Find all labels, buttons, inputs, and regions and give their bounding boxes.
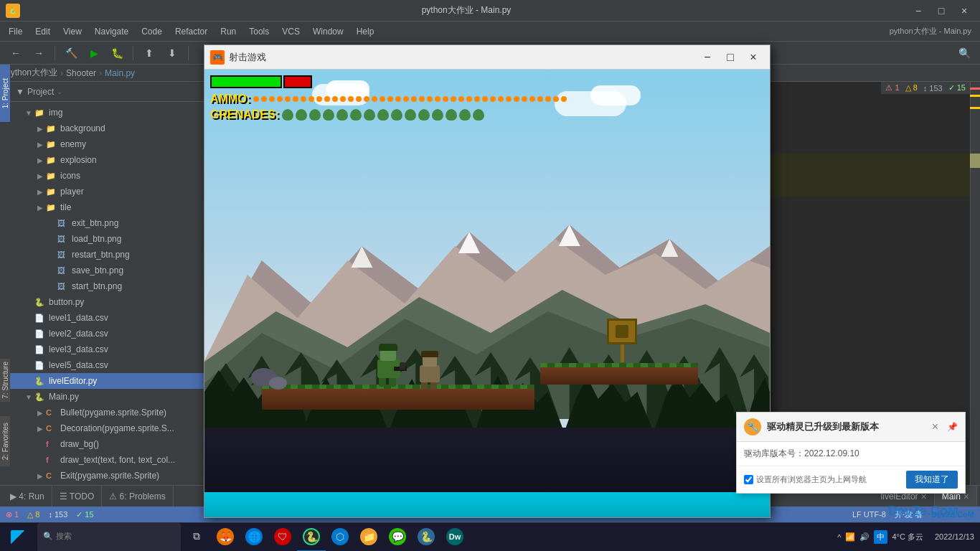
tree-item-background[interactable]: ▶ 📁 background <box>10 121 210 136</box>
class-icon-exit: C <box>46 471 57 480</box>
tree-item-player[interactable]: ▶ 📁 player <box>10 184 210 199</box>
tree-item-exit-btn[interactable]: ▶ 🖼 exit_btn.png <box>10 215 210 231</box>
tree-item-level1[interactable]: ▶ 📄 level1_data.csv <box>10 310 210 326</box>
toolbar-build-button[interactable]: 🔨 <box>61 44 81 62</box>
breadcrumb-project[interactable]: python大作业 <box>6 67 57 79</box>
breadcrumb-module[interactable]: Shooter <box>66 68 96 78</box>
tab-run[interactable]: ▶ 4: Run <box>3 486 52 507</box>
menu-help[interactable]: Help <box>351 24 380 39</box>
tree-item-exit[interactable]: ▶ C Exit(pygame.sprite.Sprite) <box>10 468 210 484</box>
toolbar-vcs-down-button[interactable]: ⬇ <box>162 44 182 62</box>
project-panel-label[interactable]: 1: Project <box>0 82 10 122</box>
tree-label-enemy: enemy <box>60 139 86 149</box>
tree-item-decoration[interactable]: ▶ C Decoration(pygame.sprite.S... <box>10 420 210 436</box>
tree-item-load-btn[interactable]: ▶ 🖼 load_btn.png <box>10 231 210 247</box>
notification-pin-button[interactable]: 📌 <box>947 422 958 432</box>
ammo-dot-18 <box>395 96 401 102</box>
tree-item-save-btn[interactable]: ▶ 🖼 save_btn.png <box>10 263 210 278</box>
menu-file[interactable]: File <box>3 24 28 39</box>
menu-vcs[interactable]: VCS <box>276 24 306 39</box>
ammo-dot-39 <box>561 96 567 102</box>
tree-item-level3[interactable]: ▶ 📄 level3_data.csv <box>10 342 210 357</box>
tree-item-restart-btn[interactable]: ▶ 🖼 restart_btn.png <box>10 247 210 263</box>
toolbar-back-button[interactable]: ← <box>6 44 26 62</box>
game-icon: 🎮 <box>210 50 225 65</box>
taskbar-vscode[interactable]: ⬡ <box>326 523 354 552</box>
game-minimize-button[interactable]: − <box>697 48 718 67</box>
toolbar-debug-button[interactable]: 🐛 <box>107 44 127 62</box>
tray-expand[interactable]: ^ <box>837 533 841 542</box>
taskbar-python[interactable]: 🐍 <box>412 523 440 552</box>
taskbar-taskview[interactable]: ⧉ <box>182 523 211 552</box>
windows-logo <box>11 530 25 545</box>
status-ok[interactable]: ✓ 15 <box>76 510 93 519</box>
ammo-dots <box>253 96 567 102</box>
tree-item-icons[interactable]: ▶ 📁 icons <box>10 168 210 184</box>
tree-arrow-bullet: ▶ <box>34 409 46 417</box>
status-errors[interactable]: ⊗ 1 <box>6 510 19 519</box>
notification-close-button[interactable]: × <box>932 420 938 433</box>
menu-edit[interactable]: Edit <box>29 24 56 39</box>
game-canvas: AMMO: GRENADES: <box>204 70 770 517</box>
tree-item-button-py[interactable]: ▶ 🐍 button.py <box>10 294 210 310</box>
tree-item-liveditor[interactable]: ▶ 🐍 livelEditor.py <box>10 373 210 389</box>
toolbar-forward-button[interactable]: → <box>29 44 49 62</box>
menu-window[interactable]: Window <box>307 24 349 39</box>
menu-view[interactable]: View <box>57 24 88 39</box>
taskbar-wechat[interactable]: 💬 <box>383 523 412 552</box>
taskbar-browser[interactable]: 🦊 <box>211 523 240 552</box>
maximize-button[interactable]: □ <box>931 4 951 18</box>
ammo-dot-31 <box>498 96 504 102</box>
tab-run-label: ▶ 4: Run <box>10 491 44 501</box>
tab-problems[interactable]: ⚠ 6: Problems <box>102 486 173 507</box>
game-maximize-button[interactable]: □ <box>720 48 741 67</box>
taskbar-antivirus[interactable]: 🛡 <box>268 523 297 552</box>
status-infos[interactable]: ↕ 153 <box>48 510 67 519</box>
menu-refactor[interactable]: Refactor <box>169 24 213 39</box>
status-encoding[interactable]: LF UTF-8 <box>852 510 886 519</box>
search-button[interactable]: 🔍 <box>954 44 974 62</box>
tree-item-main-py[interactable]: ▼ 🐍 Main.py <box>10 389 210 405</box>
tab-todo[interactable]: ☰ TODO <box>52 486 103 507</box>
tray-sound[interactable]: 🔊 <box>859 532 870 542</box>
taskbar-pycharm[interactable]: 🐍 <box>297 523 326 552</box>
notification-checkbox[interactable] <box>744 475 753 484</box>
grenade-icon-13 <box>459 109 471 121</box>
tree-item-level2[interactable]: ▶ 📄 level2_data.csv <box>10 326 210 342</box>
structure-panel-label[interactable]: 7: Structure <box>0 359 10 402</box>
tree-item-draw-text[interactable]: ▶ f draw_text(text, font, text_col... <box>10 452 210 468</box>
taskbar-search[interactable]: 🔍 搜索 <box>37 523 181 552</box>
tray-network[interactable]: 📶 <box>845 532 855 542</box>
tray-ime[interactable]: 中 <box>874 530 887 544</box>
minimize-button[interactable]: − <box>908 4 928 18</box>
taskbar-explorer[interactable]: 📁 <box>354 523 383 552</box>
menu-code[interactable]: Code <box>136 24 168 39</box>
tree-item-tile[interactable]: ▶ 📁 tile <box>10 199 210 215</box>
close-button[interactable]: × <box>954 4 974 18</box>
notification-checkbox-label[interactable]: 设置所有浏览器主页为上网导航 <box>744 474 867 485</box>
taskbar-clock[interactable]: 2022/12/13 <box>929 532 980 542</box>
toolbar-run-button[interactable]: ▶ <box>84 44 104 62</box>
start-button[interactable] <box>0 523 36 552</box>
menu-tools[interactable]: Tools <box>243 24 275 39</box>
menu-run[interactable]: Run <box>215 24 242 39</box>
tree-item-bullet[interactable]: ▶ C Bullet(pygame.sprite.Sprite) <box>10 405 210 420</box>
status-warnings[interactable]: △ 8 <box>27 510 39 519</box>
ammo-dot-35 <box>529 96 535 102</box>
tree-item-draw-bg[interactable]: ▶ f draw_bg() <box>10 436 210 452</box>
toolbar-vcs-button[interactable]: ⬆ <box>139 44 159 62</box>
tree-item-explosion[interactable]: ▶ 📁 explosion <box>10 152 210 168</box>
sidebar-header[interactable]: ▼ Project ⌄ <box>10 82 210 102</box>
tree-item-img[interactable]: ▼ 📁 img <box>10 105 210 121</box>
ammo-dot-6 <box>301 96 306 102</box>
tree-item-enemy[interactable]: ▶ 📁 enemy <box>10 136 210 152</box>
notification-confirm-button[interactable]: 我知道了 <box>906 471 958 489</box>
taskbar-edge[interactable]: 🌐 <box>240 523 268 552</box>
taskbar-dreamweaver[interactable]: Dw <box>440 523 469 552</box>
breadcrumb-file[interactable]: Main.py <box>105 68 135 78</box>
menu-navigate[interactable]: Navigate <box>89 24 134 39</box>
game-close-button[interactable]: × <box>743 48 764 67</box>
tree-item-level5[interactable]: ▶ 📄 level5_data.csv <box>10 357 210 373</box>
tree-item-start-btn[interactable]: ▶ 🖼 start_btn.png <box>10 278 210 294</box>
favorites-panel-label[interactable]: 2: Favorites <box>0 416 10 466</box>
